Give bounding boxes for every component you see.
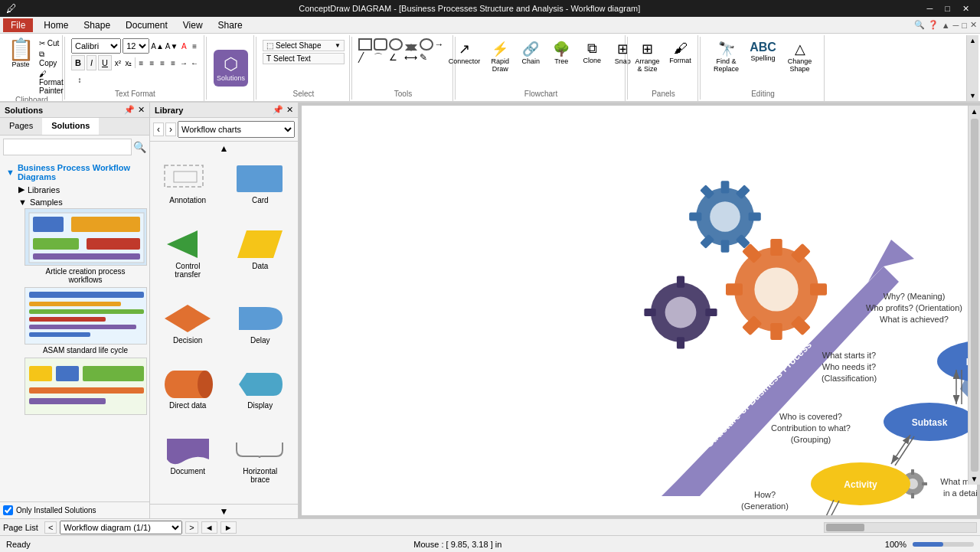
canvas-scrollbar-v[interactable]: ▲ ▼	[968, 106, 980, 485]
circle-tool[interactable]	[389, 38, 403, 51]
lib-item-data[interactable]: Data	[226, 224, 296, 296]
lib-item-control-transfer[interactable]: Controltransfer	[153, 224, 223, 296]
select-group: ⬚ Select Shape ▼ T Select Text Select	[258, 35, 350, 101]
italic-btn[interactable]: I	[87, 55, 96, 70]
chain-button[interactable]: 🔗 Chain	[517, 38, 544, 75]
scroll-up-btn[interactable]: ▲	[969, 106, 980, 117]
minimize-btn[interactable]: ─	[923, 4, 938, 14]
close-btn[interactable]: ✕	[958, 4, 974, 14]
increase-font-btn[interactable]: A▲	[151, 38, 164, 54]
ellipse-tool[interactable]	[420, 38, 433, 51]
find-replace-button[interactable]: 🔭 Find &Replace	[710, 38, 743, 75]
solutions-pin-icon[interactable]: 📌	[124, 105, 135, 115]
lib-item-annotation[interactable]: Annotation	[153, 158, 223, 221]
lib-item-delay[interactable]: Delay	[226, 299, 296, 361]
underline-btn[interactable]: U	[98, 55, 112, 70]
solutions-search-input[interactable]	[3, 139, 132, 155]
angle-tool[interactable]: ∠	[389, 51, 403, 64]
lib-item-display[interactable]: Display	[226, 364, 296, 426]
h-scrollbar-thumb[interactable]	[826, 524, 864, 531]
align-center-btn[interactable]: ≡	[147, 55, 156, 70]
select-text-btn[interactable]: T Select Text	[263, 53, 345, 64]
rapid-draw-button[interactable]: ⚡ RapidDraw	[486, 38, 514, 75]
libraries-item[interactable]: ▶ Libraries	[3, 183, 146, 196]
ribbon-scroll-up[interactable]: ▲	[969, 37, 976, 44]
library-close-icon[interactable]: ✕	[286, 105, 293, 115]
format-painter-button[interactable]: 🖌 Format Painter	[37, 69, 66, 96]
document-menu[interactable]: Document	[118, 18, 175, 32]
only-installed-checkbox[interactable]	[3, 505, 13, 515]
lib-item-decision[interactable]: Decision	[153, 299, 223, 361]
home-menu[interactable]: Home	[36, 18, 76, 32]
rect-tool[interactable]	[358, 38, 372, 51]
format-button[interactable]: 🖌 Format	[666, 38, 695, 75]
scroll-left-btn[interactable]: ◄	[201, 521, 217, 534]
curve-tool[interactable]: ⌒	[374, 51, 387, 64]
lib-nav-fwd[interactable]: ›	[165, 122, 176, 136]
library-pin-icon[interactable]: 📌	[273, 105, 283, 115]
business-process-item[interactable]: ▼ Business Process Workflow Diagrams	[3, 162, 146, 183]
search-icon[interactable]: 🔍	[133, 141, 146, 153]
copy-button[interactable]: ⧉ Copy	[37, 49, 66, 68]
page-next-btn[interactable]: >	[185, 521, 198, 534]
superscript-btn[interactable]: x²	[113, 55, 122, 70]
rounded-rect-tool[interactable]	[374, 38, 387, 51]
indent-btn[interactable]: →	[179, 55, 188, 70]
sample-1[interactable]: Article creation processworkflows	[3, 208, 146, 284]
pages-tab[interactable]: Pages	[0, 118, 42, 135]
file-menu[interactable]: File	[3, 18, 33, 32]
lib-item-document[interactable]: Document	[153, 430, 223, 501]
paste-button[interactable]: 📋 Paste	[6, 37, 35, 70]
solutions-close-icon[interactable]: ✕	[138, 105, 145, 115]
shape-menu[interactable]: Shape	[76, 18, 118, 32]
lib-item-direct-data[interactable]: Direct data	[153, 364, 223, 426]
clone-button[interactable]: ⧉ Clone	[578, 38, 606, 75]
justify-btn[interactable]: ≡	[168, 55, 178, 70]
sample-3[interactable]	[3, 358, 146, 425]
spelling-button[interactable]: ABC Spelling	[746, 38, 780, 75]
arrange-size-button[interactable]: ⊞ Arrange& Size	[632, 38, 662, 75]
lib-item-card[interactable]: Card	[226, 158, 296, 221]
connector-button[interactable]: ↗ Connector	[446, 38, 484, 75]
subscript-btn[interactable]: x₂	[124, 55, 133, 70]
samples-item[interactable]: ▼ Samples	[3, 196, 146, 208]
align-right-btn[interactable]: ≡	[158, 55, 167, 70]
tree-button[interactable]: 🌳 Tree	[547, 38, 575, 75]
scroll-down-btn[interactable]: ▼	[969, 473, 980, 485]
svg-rect-68	[922, 482, 927, 485]
page-dropdown[interactable]: Workflow diagram (1/1)	[60, 521, 182, 534]
outdent-btn[interactable]: ←	[190, 55, 199, 70]
line-tool[interactable]: ╱	[358, 51, 372, 64]
maximize-btn[interactable]: □	[940, 4, 955, 14]
spacing-btn[interactable]: ↕	[71, 72, 88, 87]
select-shape-btn[interactable]: ⬚ Select Shape ▼	[263, 40, 345, 51]
font-name-select[interactable]: Calibri	[71, 38, 121, 54]
library-scroll-down[interactable]: ▼	[150, 504, 298, 518]
sample-2[interactable]: ASAM standard life cycle	[3, 287, 146, 354]
view-menu[interactable]: View	[175, 18, 211, 32]
ribbon-scroll-down[interactable]: ▼	[969, 92, 976, 100]
solutions-tab[interactable]: Solutions	[42, 118, 99, 135]
zoom-slider[interactable]	[913, 542, 974, 547]
font-size-select[interactable]: 12	[122, 38, 149, 54]
decrease-font-btn[interactable]: A▼	[165, 38, 178, 54]
share-menu[interactable]: Share	[211, 18, 250, 32]
library-scroll-up[interactable]: ▲	[150, 142, 298, 155]
freehand-tool[interactable]: ✎	[420, 51, 433, 64]
align-left-btn[interactable]: ≡	[136, 55, 145, 70]
h-scrollbar[interactable]	[824, 522, 977, 533]
highlight-btn[interactable]: ≡	[190, 38, 199, 54]
lib-item-h-brace[interactable]: Horizontalbrace	[226, 430, 296, 501]
scroll-right-btn[interactable]: ►	[220, 521, 237, 534]
cut-button[interactable]: ✂ Cut	[37, 38, 66, 48]
svg-text:How?: How?	[754, 490, 776, 499]
bold-btn[interactable]: B	[71, 55, 85, 70]
solutions-button[interactable]: ⬡ Solutions	[214, 50, 248, 87]
change-shape-button[interactable]: △ ChangeShape	[783, 38, 817, 75]
library-dropdown[interactable]: Workflow charts	[178, 121, 295, 138]
lib-nav-back[interactable]: ‹	[153, 122, 164, 136]
diamond-tool[interactable]	[404, 38, 418, 51]
solutions-tree: ▼ Business Process Workflow Diagrams ▶ L…	[0, 158, 149, 501]
font-color-btn[interactable]: A	[179, 38, 188, 54]
page-prev-btn[interactable]: <	[44, 521, 57, 534]
